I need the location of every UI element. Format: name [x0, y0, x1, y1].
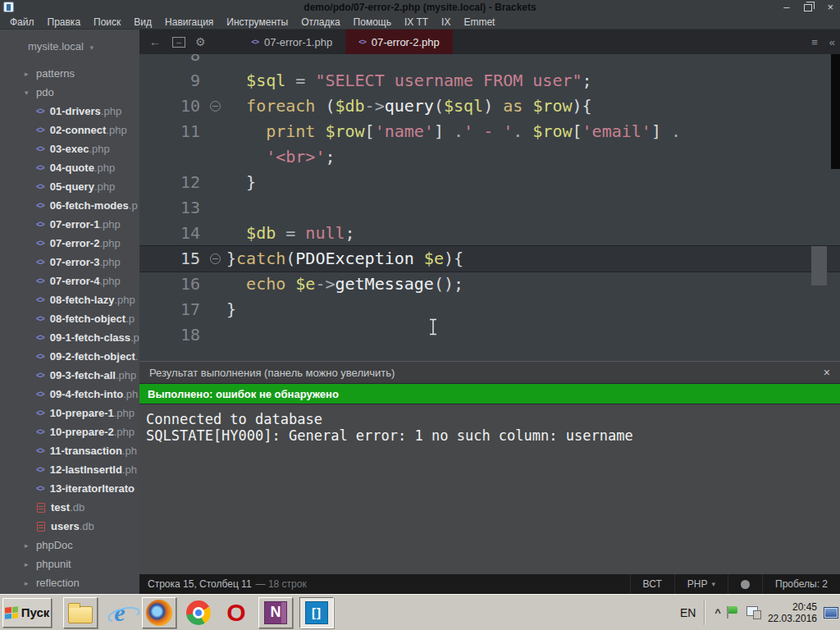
- menu-item[interactable]: IX TT: [398, 15, 435, 30]
- collapse-panel-icon[interactable]: «: [829, 36, 835, 48]
- back-icon[interactable]: ←: [149, 30, 161, 54]
- show-desktop-button[interactable]: [824, 607, 838, 619]
- firefox-icon: [146, 600, 172, 626]
- overwrite-indicator[interactable]: ВСТ: [630, 574, 674, 594]
- gear-icon[interactable]: ⚙: [195, 30, 206, 54]
- code-line[interactable]: 9 $sql = "SELECT username FROM user";: [139, 68, 840, 94]
- taskbar-button[interactable]: N: [258, 597, 293, 628]
- tree-file-item[interactable]: users.db: [0, 517, 139, 536]
- tree-file-item[interactable]: <>09-1-fetch-class.p: [0, 328, 139, 347]
- network-icon[interactable]: [746, 606, 761, 619]
- tabs: <>07-error-1.php<>07-error-2.php: [239, 30, 453, 54]
- show-hidden-icons-chevron[interactable]: ^: [714, 606, 721, 619]
- taskbar-button[interactable]: []: [299, 597, 334, 628]
- code-line[interactable]: 13: [139, 195, 840, 221]
- code-line[interactable]: 11 print $row['name'] .' - '. $row['emai…: [139, 119, 840, 144]
- opera-icon: O: [226, 599, 245, 627]
- tree-file-item[interactable]: test.db: [0, 498, 139, 517]
- menu-item[interactable]: Правка: [41, 15, 88, 30]
- tree-file-item[interactable]: <>13-iteratorIterato: [0, 479, 139, 498]
- tab-active-file[interactable]: <>07-error-2.php: [345, 30, 453, 54]
- clock-time: 20:45: [768, 601, 817, 613]
- tree-file-item[interactable]: <>06-fetch-modes.p: [0, 196, 139, 215]
- tree-file-item[interactable]: <>08-fetch-object.p: [0, 309, 139, 328]
- menu-item[interactable]: Инструменты: [220, 15, 294, 30]
- tree-folder-item[interactable]: ▸reflection: [0, 573, 139, 592]
- tree-file-item[interactable]: <>09-3-fetch-all.php: [0, 366, 139, 385]
- tree-file-item[interactable]: <>04-quote.php: [0, 158, 139, 177]
- menu-item[interactable]: Отладка: [294, 15, 346, 30]
- console-line: SQLSTATE[HY000]: General error: 1 no suc…: [146, 427, 833, 444]
- language-selector[interactable]: PHP ▾: [674, 574, 728, 594]
- code-line[interactable]: 16 echo $e->getMessage();: [139, 272, 840, 297]
- quicklaunch-button[interactable]: [183, 597, 214, 628]
- quicklaunch-button[interactable]: e: [104, 597, 135, 628]
- tree-folder-item[interactable]: ▾pdo: [0, 83, 139, 102]
- php-file-icon: <>: [36, 163, 44, 172]
- sidebar: mysite.local ▾ ▸patterns▾pdo<>01-drivers…: [0, 30, 139, 594]
- panel-close-button[interactable]: ×: [824, 366, 830, 379]
- tree-file-item[interactable]: <>11-transaction.ph: [0, 441, 139, 460]
- quicklaunch-button[interactable]: O: [221, 597, 252, 628]
- fold-minus-icon[interactable]: [210, 253, 221, 264]
- tree-file-item[interactable]: <>07-error-2.php: [0, 234, 139, 253]
- code-line[interactable]: 8: [139, 54, 840, 68]
- scrollbar-thumb[interactable]: [811, 246, 827, 285]
- code-line[interactable]: '<br>';: [139, 144, 840, 170]
- action-center-flag-icon[interactable]: [726, 605, 738, 619]
- code-editor[interactable]: 89 $sql = "SELECT username FROM user";10…: [139, 54, 840, 361]
- code-line[interactable]: 15}catch(PDOException $e){: [139, 246, 840, 272]
- line-number: 18: [139, 322, 203, 348]
- code-line[interactable]: 10 foreach ($db->query($sql) as $row){: [139, 94, 840, 119]
- tree-file-item[interactable]: <>02-connect.php: [0, 121, 139, 139]
- clock[interactable]: 20:45 22.03.2016: [768, 601, 817, 624]
- code-text: '<br>';: [226, 144, 335, 170]
- menu-item[interactable]: Emmet: [457, 15, 501, 30]
- tree-file-item[interactable]: <>09-2-fetch-object.: [0, 347, 139, 366]
- php-file-icon: <>: [36, 352, 44, 361]
- tree-file-item[interactable]: <>03-exec.php: [0, 139, 139, 158]
- menu-item[interactable]: IX: [435, 15, 457, 30]
- start-button[interactable]: Пуск: [2, 598, 52, 628]
- windows-logo-icon: [5, 606, 18, 619]
- tree-file-item[interactable]: <>10-prepare-2.php: [0, 422, 139, 441]
- tab-file[interactable]: <>07-error-1.php: [239, 30, 346, 54]
- code-line[interactable]: 18: [139, 322, 840, 348]
- tree-file-item[interactable]: <>05-query.php: [0, 177, 139, 196]
- tree-folder-item[interactable]: ▸patterns: [0, 64, 139, 83]
- tree-file-item[interactable]: <>07-error-3.php: [0, 253, 139, 272]
- tree-file-item[interactable]: <>12-lastInsertId.ph: [0, 460, 139, 479]
- menu-item[interactable]: Навигация: [158, 15, 220, 30]
- menu-item[interactable]: Вид: [127, 15, 158, 30]
- tree-file-item[interactable]: <>09-4-fetch-into.ph: [0, 385, 139, 404]
- tree-folder-item[interactable]: ▸phpunit: [0, 555, 139, 573]
- file-extension: .php: [101, 105, 121, 117]
- menu-icon[interactable]: ≡: [811, 36, 818, 48]
- tree-file-item[interactable]: <>01-drivers.php: [0, 102, 139, 121]
- line-number: 9: [139, 68, 203, 94]
- taskbar-button[interactable]: [63, 597, 98, 628]
- php-file-icon: <>: [36, 333, 44, 342]
- code-line[interactable]: 12 }: [139, 170, 840, 195]
- tree-file-item[interactable]: <>08-fetch-lazy.php: [0, 290, 139, 309]
- project-selector[interactable]: mysite.local ▾: [28, 40, 139, 52]
- close-button[interactable]: ×: [827, 0, 833, 15]
- menu-item[interactable]: Файл: [3, 15, 41, 30]
- code-line[interactable]: 14 $db = null;: [139, 221, 840, 246]
- php-file-icon: <>: [36, 144, 44, 153]
- menu-item[interactable]: Поиск: [87, 15, 127, 30]
- tree-file-item[interactable]: <>07-error-1.php: [0, 215, 139, 234]
- tree-file-item[interactable]: <>10-prepare-1.php: [0, 404, 139, 422]
- taskbar-button[interactable]: [142, 597, 176, 628]
- code-line[interactable]: 17}: [139, 297, 840, 322]
- fold-minus-icon[interactable]: [210, 101, 221, 112]
- menu-item[interactable]: Помощь: [347, 15, 398, 30]
- split-view-icon[interactable]: ↔: [172, 37, 185, 48]
- spaces-indicator[interactable]: Пробелы: 2: [762, 574, 840, 594]
- file-name: 05-query: [50, 180, 94, 193]
- restore-button[interactable]: [804, 4, 812, 11]
- tree-file-item[interactable]: <>07-error-4.php: [0, 272, 139, 290]
- minimize-button[interactable]: –: [783, 0, 789, 15]
- tree-folder-item[interactable]: ▸phpDoc: [0, 536, 139, 555]
- language-indicator[interactable]: EN: [680, 606, 696, 619]
